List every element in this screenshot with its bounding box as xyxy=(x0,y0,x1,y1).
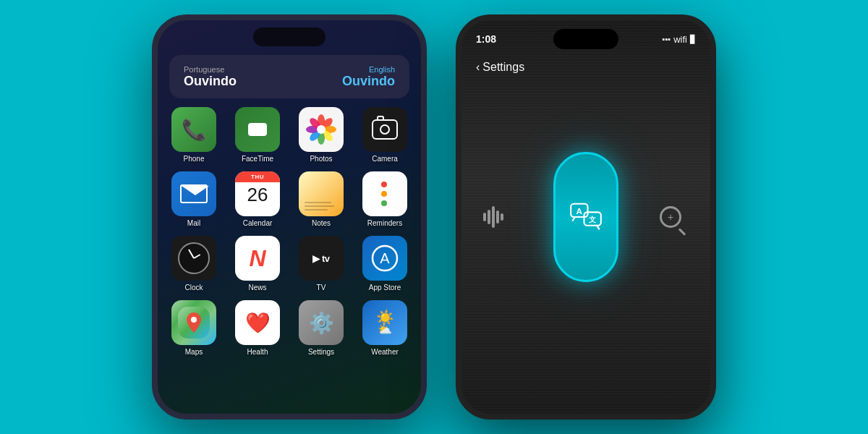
translator-pill[interactable]: A 文 xyxy=(553,152,618,282)
waveform-icon xyxy=(483,206,503,228)
heart-icon: ❤️ xyxy=(245,311,271,335)
app-camera-label: Camera xyxy=(372,155,398,163)
weather-icon: ☀️ ⛅ xyxy=(362,300,407,345)
app-weather-label: Weather xyxy=(371,348,399,356)
maps-icon xyxy=(171,300,216,345)
app-appstore-label: App Store xyxy=(369,284,401,292)
phone1: Portuguese Ouvindo English Ouvindo 📞 Pho… xyxy=(152,14,427,420)
phone1-screen: Portuguese Ouvindo English Ouvindo 📞 Pho… xyxy=(158,20,421,414)
notes-line xyxy=(305,205,334,207)
app-maps-label: Maps xyxy=(185,348,203,356)
app-phone[interactable]: 📞 Phone xyxy=(166,107,221,163)
camera-icon xyxy=(362,107,407,152)
svg-point-9 xyxy=(317,125,326,134)
app-appstore[interactable]: A App Store xyxy=(357,236,412,292)
zoom-icon: + xyxy=(652,199,689,235)
translate-icon: A 文 xyxy=(568,199,604,235)
app-settings-label: Settings xyxy=(308,348,334,356)
translator-right: English Ouvindo xyxy=(342,65,395,89)
app-photos-label: Photos xyxy=(310,155,332,163)
facetime-icon xyxy=(235,107,280,152)
app-clock-label: Clock xyxy=(184,284,203,292)
app-mail[interactable]: Mail xyxy=(166,171,221,227)
back-label: Settings xyxy=(482,61,524,74)
calendar-day-num: 26 xyxy=(247,185,268,204)
mail-icon xyxy=(171,171,216,216)
app-tv-label: TV xyxy=(317,284,326,292)
source-word: Ouvindo xyxy=(184,74,237,89)
app-tv[interactable]: ▶ tv TV xyxy=(294,236,349,292)
source-language: Portuguese xyxy=(184,65,237,74)
app-phone-label: Phone xyxy=(184,155,205,163)
translator-bar[interactable]: Portuguese Ouvindo English Ouvindo xyxy=(169,55,409,98)
app-mail-label: Mail xyxy=(187,219,200,227)
status-icons: ▪▪▪ wifi ▊ xyxy=(663,34,696,45)
cloud-icon: ⛅ xyxy=(378,323,392,336)
app-reminders-label: Reminders xyxy=(367,219,402,227)
back-chevron-icon: ‹ xyxy=(476,61,480,74)
dynamic-island xyxy=(553,29,618,49)
app-health[interactable]: ❤️ Health xyxy=(230,300,285,356)
app-facetime-label: FaceTime xyxy=(242,155,273,163)
wifi-icon: wifi xyxy=(673,34,687,45)
status-time: 1:08 xyxy=(476,33,496,45)
translator-left: Portuguese Ouvindo xyxy=(184,65,237,89)
svg-text:A: A xyxy=(380,250,390,266)
signal-icon: ▪▪▪ xyxy=(663,35,671,43)
calendar-day-name: THU xyxy=(235,171,280,182)
phone-icon: 📞 xyxy=(171,107,216,152)
tv-icon: ▶ tv xyxy=(299,236,344,281)
svg-text:文: 文 xyxy=(589,216,596,224)
clock-icon xyxy=(171,236,216,281)
reminders-icon xyxy=(362,171,407,216)
app-news[interactable]: N News xyxy=(230,236,285,292)
plus-icon: + xyxy=(668,211,673,223)
scene: Portuguese Ouvindo English Ouvindo 📞 Pho… xyxy=(36,14,832,420)
app-calendar[interactable]: THU 26 Calendar xyxy=(230,171,285,227)
translator-pill-container[interactable]: A 文 xyxy=(553,152,618,282)
app-camera[interactable]: Camera xyxy=(357,107,412,163)
settings-icon: ⚙️ xyxy=(299,300,344,345)
app-photos[interactable]: Photos xyxy=(294,107,349,163)
appstore-icon: A xyxy=(362,236,407,281)
phone1-notch xyxy=(253,27,326,46)
app-notes-label: Notes xyxy=(312,219,331,227)
news-icon: N xyxy=(235,236,280,281)
app-weather[interactable]: ☀️ ⛅ Weather xyxy=(357,300,412,356)
app-reminders[interactable]: Reminders xyxy=(357,171,412,227)
app-calendar-label: Calendar xyxy=(243,219,273,227)
phone2-screen: 1:08 ▪▪▪ wifi ▊ ‹ Settings xyxy=(461,20,710,414)
svg-point-13 xyxy=(191,317,197,323)
app-settings[interactable]: ⚙️ Settings xyxy=(294,300,349,356)
calendar-icon: THU 26 xyxy=(235,171,280,216)
app-clock[interactable]: Clock xyxy=(166,236,221,292)
photos-icon xyxy=(299,107,344,152)
notes-line xyxy=(305,209,328,210)
health-icon: ❤️ xyxy=(235,300,280,345)
app-notes[interactable]: Notes xyxy=(294,171,349,227)
notes-line xyxy=(305,202,331,203)
notes-icon xyxy=(299,171,344,216)
news-letter: N xyxy=(249,245,265,272)
app-facetime[interactable]: FaceTime xyxy=(230,107,285,163)
back-button[interactable]: ‹ Settings xyxy=(476,61,524,74)
target-word: Ouvindo xyxy=(342,74,395,89)
app-health-label: Health xyxy=(247,348,268,356)
app-news-label: News xyxy=(248,284,266,292)
app-maps[interactable]: Maps xyxy=(166,300,221,356)
battery-icon: ▊ xyxy=(690,35,696,44)
target-language: English xyxy=(369,65,395,74)
svg-text:A: A xyxy=(576,206,583,216)
phone2: 1:08 ▪▪▪ wifi ▊ ‹ Settings xyxy=(456,14,716,420)
app-grid: 📞 Phone FaceTime xyxy=(166,107,412,356)
gear-icon: ⚙️ xyxy=(309,311,334,335)
